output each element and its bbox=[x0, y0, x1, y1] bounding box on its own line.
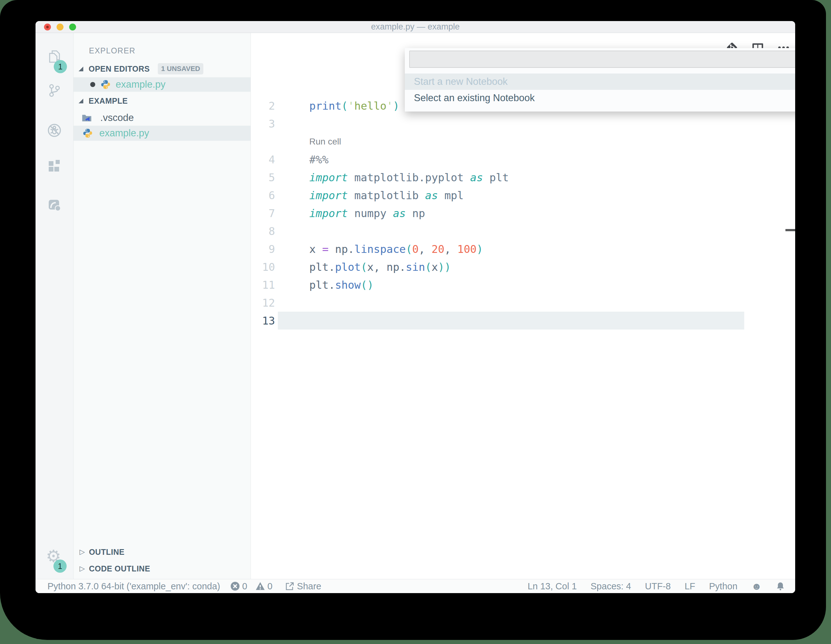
minimize-button[interactable] bbox=[57, 24, 64, 30]
vscode-window: example.py — example 1 bbox=[35, 21, 795, 593]
code-row[interactable]: 6import matplotlib as mpl bbox=[251, 186, 795, 204]
line-number: 3 bbox=[251, 118, 275, 130]
explorer-sidebar: EXPLORER OPEN EDITORS 1 UNSAVED bbox=[73, 33, 251, 579]
file-name: example.py bbox=[99, 127, 149, 139]
code-text: import matplotlib as mpl bbox=[275, 189, 463, 202]
cursor-position-status[interactable]: Ln 13, Col 1 bbox=[528, 581, 577, 592]
code-row[interactable]: 9x = np.linspace(0, 20, 100) bbox=[251, 240, 795, 258]
project-section-header[interactable]: EXAMPLE bbox=[73, 93, 250, 109]
vscode-folder-icon bbox=[82, 113, 95, 123]
explorer-badge: 1 bbox=[54, 60, 67, 73]
line-number: 2 bbox=[251, 100, 275, 112]
warning-icon bbox=[256, 582, 265, 591]
debug-icon[interactable] bbox=[47, 123, 62, 138]
folder-name: .vscode bbox=[100, 112, 134, 124]
outline-section-header[interactable]: ▷ OUTLINE bbox=[73, 544, 250, 560]
error-icon bbox=[230, 582, 240, 591]
extensions-icon[interactable] bbox=[47, 159, 62, 173]
code-lines: 2print('hello')3Run cell4#%%5import matp… bbox=[251, 97, 795, 329]
language-mode-status[interactable]: Python bbox=[709, 581, 737, 592]
error-count: 0 bbox=[242, 581, 247, 592]
code-row[interactable]: 11plt.show() bbox=[251, 276, 795, 294]
open-editor-item-example-py[interactable]: example.py bbox=[73, 77, 250, 92]
share-status[interactable]: Share bbox=[285, 581, 321, 592]
overview-ruler-marker bbox=[785, 229, 795, 231]
feedback-smiley-icon[interactable]: ☻ bbox=[751, 582, 762, 591]
line-number: 9 bbox=[251, 243, 275, 255]
eol-status[interactable]: LF bbox=[685, 581, 695, 592]
run-cell-codelens[interactable]: Run cell bbox=[275, 137, 341, 147]
code-text: plt.plot(x, np.sin(x)) bbox=[275, 261, 451, 273]
line-number: 12 bbox=[251, 297, 275, 309]
tree-item-vscode-folder[interactable]: .vscode bbox=[73, 111, 250, 125]
code-text: plt.show() bbox=[275, 279, 374, 291]
quick-pick-item-start-notebook[interactable]: Start a new Notebook bbox=[405, 73, 795, 90]
status-bar: Python 3.7.0 64-bit ('example_env': cond… bbox=[35, 579, 795, 593]
code-row[interactable]: 3 bbox=[251, 114, 795, 133]
line-number: 8 bbox=[251, 225, 275, 237]
code-text: x = np.linspace(0, 20, 100) bbox=[275, 243, 483, 255]
source-control-icon[interactable] bbox=[47, 83, 62, 98]
tree-item-example-py[interactable]: example.py bbox=[73, 126, 250, 141]
close-button[interactable] bbox=[44, 24, 51, 30]
open-editor-file-name: example.py bbox=[116, 79, 166, 90]
project-label: EXAMPLE bbox=[89, 97, 127, 105]
notifications-bell-icon[interactable] bbox=[776, 582, 785, 591]
line-number: 10 bbox=[251, 261, 275, 273]
window-title: example.py — example bbox=[371, 22, 460, 32]
code-text: print('hello') bbox=[275, 100, 400, 112]
quick-pick-item-select-notebook[interactable]: Select an existing Notebook bbox=[405, 90, 795, 106]
python-file-icon bbox=[83, 128, 93, 138]
modified-dot-icon bbox=[90, 82, 95, 87]
twistie-expanded-icon bbox=[79, 99, 83, 103]
code-text: #%% bbox=[275, 153, 328, 166]
code-outline-section-header[interactable]: ▷ CODE OUTLINE bbox=[73, 561, 250, 576]
indentation-status[interactable]: Spaces: 4 bbox=[591, 581, 631, 592]
code-editor[interactable]: 2print('hello')3Run cell4#%%5import matp… bbox=[251, 33, 795, 579]
quick-pick-item-label: Select an existing Notebook bbox=[414, 92, 535, 104]
chevron-right-icon: ▷ bbox=[80, 564, 85, 573]
share-icon bbox=[285, 582, 295, 591]
chevron-right-icon: ▷ bbox=[80, 548, 85, 556]
code-row[interactable]: 10plt.plot(x, np.sin(x)) bbox=[251, 258, 795, 276]
code-row[interactable]: 4#%% bbox=[251, 151, 795, 169]
problems-errors-status[interactable]: 0 bbox=[230, 581, 247, 592]
encoding-status[interactable]: UTF-8 bbox=[645, 581, 671, 592]
line-number: 6 bbox=[251, 189, 275, 202]
open-editors-header[interactable]: OPEN EDITORS 1 UNSAVED bbox=[73, 61, 250, 77]
code-text: import matplotlib.pyplot as plt bbox=[275, 171, 509, 184]
python-interpreter-status[interactable]: Python 3.7.0 64-bit ('example_env': cond… bbox=[48, 581, 220, 592]
share-label: Share bbox=[297, 581, 321, 592]
zoom-button[interactable] bbox=[69, 24, 76, 30]
screen: example.py — example 1 bbox=[0, 0, 831, 644]
line-number: 13 bbox=[251, 315, 275, 327]
share-activity-icon[interactable] bbox=[47, 197, 62, 211]
line-number: 4 bbox=[251, 153, 275, 166]
codelens-row[interactable]: Run cell bbox=[251, 133, 795, 151]
problems-warnings-status[interactable]: 0 bbox=[256, 581, 272, 592]
quick-pick-panel: Start a new Notebook Select an existing … bbox=[405, 48, 795, 111]
python-file-icon bbox=[100, 80, 111, 89]
code-row[interactable]: 13 bbox=[251, 312, 795, 329]
settings-badge: 1 bbox=[53, 560, 67, 573]
outline-label: OUTLINE bbox=[89, 547, 124, 557]
line-number: 5 bbox=[251, 171, 275, 184]
code-row[interactable]: 8 bbox=[251, 222, 795, 240]
quick-pick-input[interactable] bbox=[409, 51, 795, 68]
activity-bar: 1 bbox=[35, 33, 73, 579]
line-number: 11 bbox=[251, 279, 275, 291]
line-number: 7 bbox=[251, 207, 275, 219]
sidebar-title: EXPLORER bbox=[89, 46, 135, 55]
twistie-expanded-icon bbox=[79, 67, 83, 71]
code-row[interactable]: 12 bbox=[251, 294, 795, 312]
warning-count: 0 bbox=[267, 581, 272, 592]
title-bar[interactable]: example.py — example bbox=[35, 21, 795, 33]
quick-pick-item-label: Start a new Notebook bbox=[414, 76, 508, 87]
code-row[interactable]: 7import numpy as np bbox=[251, 204, 795, 222]
code-outline-label: CODE OUTLINE bbox=[89, 564, 150, 573]
code-row[interactable]: 5import matplotlib.pyplot as plt bbox=[251, 169, 795, 186]
code-text: import numpy as np bbox=[275, 207, 425, 219]
unsaved-badge: 1 UNSAVED bbox=[158, 63, 203, 75]
open-editors-label: OPEN EDITORS bbox=[89, 64, 150, 73]
